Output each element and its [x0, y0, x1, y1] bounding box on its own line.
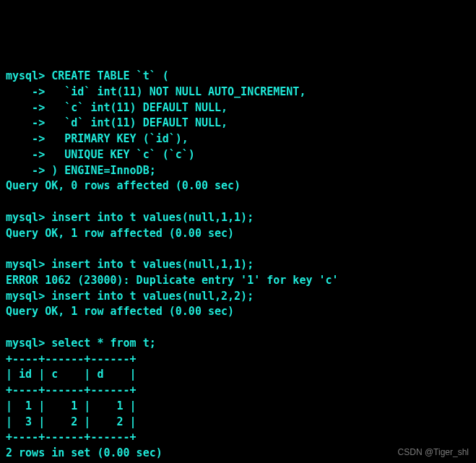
terminal-output: mysql> CREATE TABLE `t` ( -> `id` int(11…	[6, 69, 470, 462]
watermark: CSDN @Tiger_shl	[398, 446, 469, 459]
